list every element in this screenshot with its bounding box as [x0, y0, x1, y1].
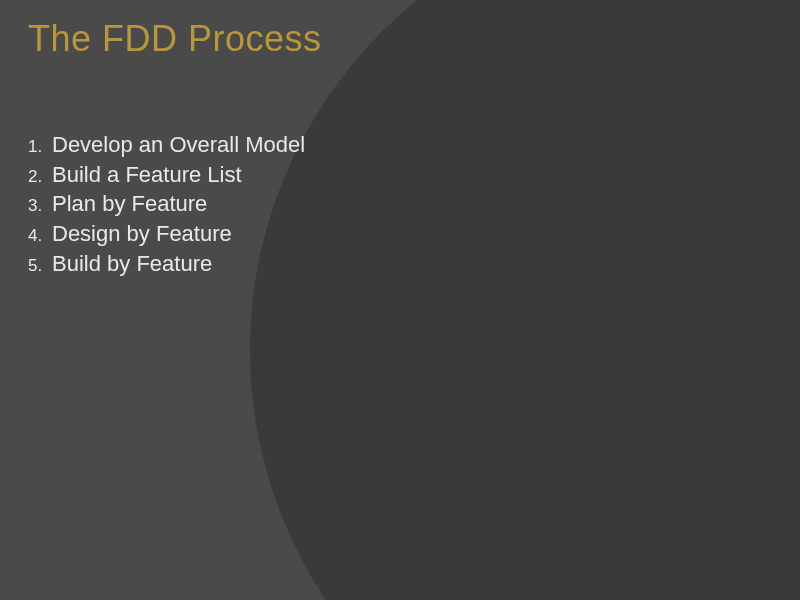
- slide-content: The FDD Process 1. Develop an Overall Mo…: [0, 0, 800, 278]
- list-text: Build a Feature List: [52, 160, 242, 190]
- list-item: 2. Build a Feature List: [28, 160, 800, 190]
- list-text: Design by Feature: [52, 219, 232, 249]
- list-item: 3. Plan by Feature: [28, 189, 800, 219]
- list-number: 5.: [28, 255, 46, 278]
- list-text: Build by Feature: [52, 249, 212, 279]
- list-number: 4.: [28, 225, 46, 248]
- slide-title: The FDD Process: [28, 18, 800, 60]
- list-text: Develop an Overall Model: [52, 130, 305, 160]
- list-item: 1. Develop an Overall Model: [28, 130, 800, 160]
- list-text: Plan by Feature: [52, 189, 207, 219]
- list-number: 2.: [28, 166, 46, 189]
- list-number: 1.: [28, 136, 46, 159]
- list-item: 4. Design by Feature: [28, 219, 800, 249]
- list-item: 5. Build by Feature: [28, 249, 800, 279]
- numbered-list: 1. Develop an Overall Model 2. Build a F…: [28, 130, 800, 278]
- list-number: 3.: [28, 195, 46, 218]
